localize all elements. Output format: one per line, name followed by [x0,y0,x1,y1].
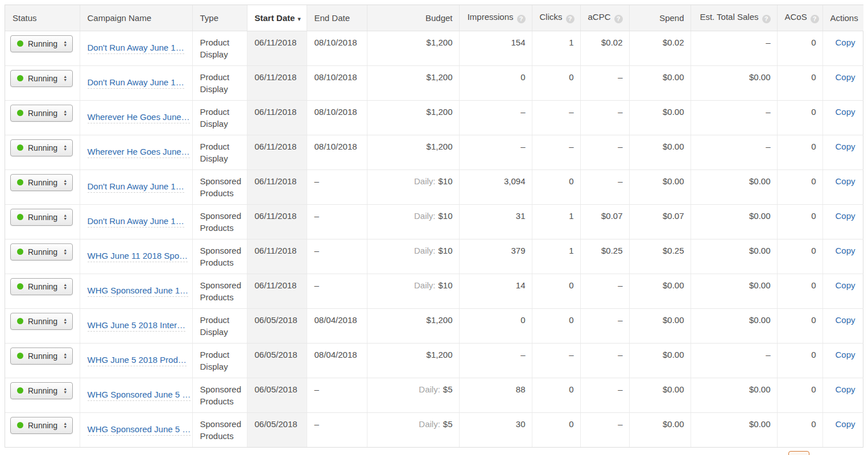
cell-impressions: 31 [459,204,532,239]
column-header-est_total_sales[interactable]: Est. Total Sales? [691,5,777,31]
status-label: Running [28,282,57,291]
campaign-name-link[interactable]: Wherever He Goes June… [88,112,190,123]
type-value: Product Display [200,38,230,59]
cell-est_total_sales: $0.00 [691,65,777,100]
status-dropdown-button[interactable]: Running▲▼ [10,70,73,87]
cell-budget: $1,200 [367,343,459,378]
column-header-clicks[interactable]: Clicks? [532,5,580,31]
stepper-icon: ▲▼ [63,40,67,47]
cell-clicks: 1 [532,239,580,274]
status-dropdown-button[interactable]: Running▲▼ [10,243,73,260]
campaign-name-link[interactable]: Don't Run Away June 1… [88,216,184,228]
stepper-down-icon: ▼ [63,287,67,290]
help-icon[interactable]: ? [762,15,771,23]
running-status-dot [17,75,23,81]
stepper-down-icon: ▼ [63,217,67,221]
cell-type: Product Display [192,65,247,100]
status-dropdown-button[interactable]: Running▲▼ [10,209,73,226]
est_total_sales-value: – [766,38,770,47]
column-header-impressions[interactable]: Impressions? [459,5,532,31]
column-header-spend[interactable]: Spend [629,5,691,31]
campaign-name-link[interactable]: WHG June 11 2018 Spo… [88,251,188,262]
column-header-actions[interactable]: Actions [822,5,863,31]
end_date-value: – [315,246,319,255]
column-header-type[interactable]: Type [192,5,247,31]
cell-campaign: Don't Run Away June 1… [80,65,192,100]
status-label: Running [28,39,57,48]
campaign-name-link[interactable]: Don't Run Away June 1… [88,43,184,54]
copy-action-link[interactable]: Copy [836,419,855,429]
cell-end_date: 08/04/2018 [307,343,367,378]
help-icon[interactable]: ? [614,15,623,23]
start_date-value: 06/11/2018 [255,38,297,47]
acpc-value: $0.07 [601,211,623,221]
cell-type: Sponsored Products [192,274,247,308]
copy-action-link[interactable]: Copy [836,38,855,47]
status-dropdown-button[interactable]: Running▲▼ [10,382,73,399]
campaign-name-link[interactable]: Don't Run Away June 1… [88,77,184,89]
campaign-name-link[interactable]: WHG Sponsored June 1… [88,286,189,297]
help-icon[interactable]: ? [566,15,574,23]
column-header-budget[interactable]: Budget [367,5,459,31]
copy-action-link[interactable]: Copy [836,315,855,325]
column-header-status[interactable]: Status [5,5,80,31]
cell-end_date: 08/04/2018 [307,308,367,343]
status-dropdown-button[interactable]: Running▲▼ [10,105,73,122]
cell-acos: 0 [777,135,822,169]
cell-acos: 0 [777,239,822,274]
campaign-name-link[interactable]: WHG June 5 2018 Inter… [88,320,186,332]
cell-start_date: 06/05/2018 [247,343,307,378]
column-header-start_date[interactable]: Start Date▾ [247,5,307,31]
cell-clicks: 0 [532,274,580,308]
status-dropdown-button[interactable]: Running▲▼ [10,139,73,156]
cell-acos: 0 [777,31,822,65]
help-icon[interactable]: ? [517,15,526,23]
status-dropdown-button[interactable]: Running▲▼ [10,348,73,365]
help-icon[interactable]: ? [811,15,819,23]
budget-value: $1,200 [427,107,453,117]
column-header-acos[interactable]: ACoS? [777,5,822,31]
column-header-acpc[interactable]: aCPC? [580,5,629,31]
cell-budget: Daily:$5 [367,412,459,447]
copy-action-link[interactable]: Copy [836,280,855,290]
status-dropdown-button[interactable]: Running▲▼ [10,174,73,191]
column-header-label: Start Date [255,13,295,23]
cell-spend: $0.07 [629,204,691,239]
campaign-name-link[interactable]: WHG Sponsored June 5 … [88,424,191,436]
status-dropdown-button[interactable]: Running▲▼ [10,278,73,295]
column-header-end_date[interactable]: End Date [307,5,367,31]
impressions-value: 30 [516,419,526,429]
cell-status: Running▲▼ [5,65,80,100]
copy-action-link[interactable]: Copy [836,211,855,221]
spend-value: $0.00 [663,176,684,186]
cell-status: Running▲▼ [5,204,80,239]
cell-acos: 0 [777,378,822,412]
column-header-campaign[interactable]: Campaign Name [80,5,192,31]
acpc-value: – [618,315,622,325]
campaign-name-link[interactable]: WHG June 5 2018 Prod… [88,355,187,366]
cell-impressions: 14 [459,274,532,308]
copy-action-link[interactable]: Copy [836,72,855,82]
copy-action-link[interactable]: Copy [836,176,855,186]
end_date-value: 08/10/2018 [315,142,357,151]
cell-spend: $0.00 [629,100,691,135]
spend-value: $0.00 [663,350,684,359]
status-dropdown-button[interactable]: Running▲▼ [10,417,73,434]
campaign-name-link[interactable]: WHG Sponsored June 5 … [88,390,191,401]
cell-campaign: Don't Run Away June 1… [80,204,192,239]
status-dropdown-button[interactable]: Running▲▼ [10,35,73,52]
copy-action-link[interactable]: Copy [836,107,855,117]
copy-action-link[interactable]: Copy [836,384,855,394]
cell-campaign: Wherever He Goes June… [80,135,192,169]
cell-acpc: $0.25 [580,239,629,274]
cell-acpc: $0.07 [580,204,629,239]
stepper-down-icon: ▼ [63,252,67,255]
copy-action-link[interactable]: Copy [836,142,855,151]
campaign-name-link[interactable]: Don't Run Away June 1… [88,181,184,193]
campaign-name-link[interactable]: Wherever He Goes June… [88,147,190,158]
copy-action-link[interactable]: Copy [836,246,855,255]
copy-action-link[interactable]: Copy [836,350,855,359]
pagination-current-page-button[interactable]: 1 [788,451,809,455]
column-header-label: Spend [659,13,684,23]
status-dropdown-button[interactable]: Running▲▼ [10,313,73,330]
